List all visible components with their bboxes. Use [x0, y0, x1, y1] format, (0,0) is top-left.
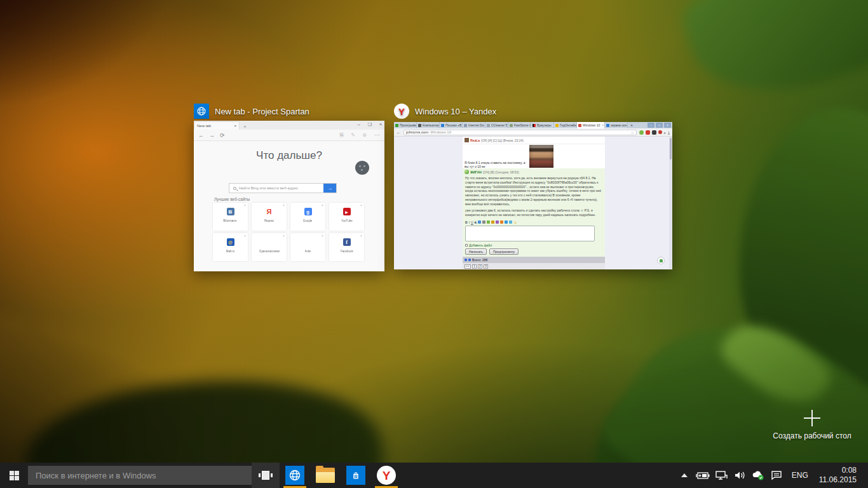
task-view-icon — [259, 471, 273, 480]
site-tile-facebook: × f Facebook — [329, 233, 364, 261]
chevron-up-icon — [681, 473, 688, 477]
create-desktop-button[interactable]: Создать рабочий стол — [761, 410, 863, 440]
extension-icon — [639, 130, 644, 135]
address-bar: ← johncms.com Windows 10 ☆ ▸ ⤓ — [394, 128, 672, 137]
avatar — [465, 138, 469, 142]
tile-close-icon: × — [322, 203, 323, 207]
tab-label: New tab — [197, 124, 231, 128]
attached-photo — [529, 145, 553, 168]
start-button[interactable] — [0, 463, 28, 488]
forum-page: ReaLa [Off] [И] [С] [Ц] (Вчера, 23:24) Я… — [394, 137, 672, 269]
forum-content-column: ReaLa [Off] [И] [С] [Ц] (Вчера, 23:24) Я… — [463, 137, 605, 269]
top-sites-grid: × В ВКонтакте × Я Яндекс × g Google × ▶ — [213, 203, 365, 261]
post-author: ЖИГАН — [470, 170, 482, 174]
post-body: Я блин 8.1 очкую ставить на постоянку, а… — [463, 144, 605, 168]
task-view-button[interactable] — [252, 463, 280, 488]
tab-label: ГидОнлайн — [560, 123, 576, 127]
site-tile-mailru: × @ Mail.ru — [213, 233, 248, 261]
italic-icon: I — [469, 220, 470, 224]
task-view-screen: New tab - Project Spartan Y Windows 10 –… — [0, 0, 868, 488]
site-tile-vkontakte: × В ВКонтакте — [213, 203, 248, 231]
browser-tab: CCleaner 5 — [485, 122, 508, 128]
tile-close-icon: × — [360, 234, 362, 238]
posts-icon — [465, 259, 467, 261]
tile-close-icon: × — [244, 234, 246, 238]
posts-icon — [468, 259, 471, 261]
facebook-icon: f — [343, 238, 351, 246]
reply-editor: B I U S ☺ — [463, 219, 605, 257]
window-title-label: Windows 10 – Yandex — [415, 107, 496, 116]
preview-button: Предпросмотр — [489, 248, 519, 255]
window-thumbnail-yandex[interactable]: Проигрыва Компьютер Письмо «В Internet D… — [394, 122, 672, 269]
scrollbar-thumb — [670, 138, 672, 159]
taskbar-app-store[interactable] — [341, 463, 371, 488]
site-tile-avito: × Avito — [290, 233, 325, 261]
post-author: ReaLa — [470, 139, 480, 142]
page-2: 2 — [478, 264, 482, 269]
action-center-icon[interactable] — [770, 469, 783, 482]
minimize-icon: – — [648, 123, 654, 128]
page-3: 3 — [484, 264, 488, 269]
avatar — [355, 161, 369, 175]
yandex-tab-bar: Проигрыва Компьютер Письмо «В Internet D… — [394, 122, 672, 128]
yandex-icon: Я — [266, 208, 273, 215]
language-indicator[interactable]: ENG — [788, 471, 812, 480]
window-title-label: New tab - Project Spartan — [215, 107, 309, 116]
smiley-icon: ☺ — [362, 132, 367, 139]
volume-icon[interactable] — [733, 469, 747, 482]
format-icon — [487, 220, 490, 224]
format-icon — [496, 220, 499, 224]
tab-favicon — [606, 124, 609, 127]
new-tab-icon: + — [243, 124, 247, 130]
tile-label: Mail.ru — [226, 249, 235, 252]
bookmark-star-icon: ☆ — [630, 130, 634, 135]
globe-icon: ⊕ — [266, 238, 273, 246]
search-go-button: → — [323, 184, 336, 193]
create-desktop-label: Создать рабочий стол — [761, 431, 863, 440]
browser-tab: экрана осн — [605, 122, 628, 128]
taskbar-app-yandex-browser[interactable]: Y — [371, 463, 402, 488]
maximize-icon: □ — [656, 123, 663, 128]
format-icon — [505, 220, 508, 224]
taskbar-app-edge[interactable] — [280, 463, 310, 488]
folder-icon — [316, 468, 335, 483]
taskbar-app-file-explorer[interactable] — [310, 463, 341, 488]
address-field: johncms.com Windows 10 ☆ — [403, 130, 637, 135]
format-icon — [478, 220, 481, 224]
formatting-toolbar: B I U S ☺ — [465, 220, 602, 224]
window-title-yandex[interactable]: Y Windows 10 – Yandex — [394, 104, 496, 119]
spartan-toolbar-icons: ⎘ ✎ ☺ ⋯ — [340, 132, 379, 139]
plus-icon — [804, 410, 820, 426]
editor-buttons: Написать Предпросмотр — [465, 248, 602, 255]
tab-favicon — [441, 124, 444, 127]
tab-favicon — [578, 124, 581, 127]
tile-label: Одноклассники — [259, 249, 279, 252]
page-first: << — [465, 264, 471, 269]
window-thumbnail-spartan[interactable]: New tab × + – ❏ × ← → ⟳ ⎘ ✎ ☺ ⋯ Что даль… — [194, 121, 384, 271]
page-1: 1 — [472, 264, 477, 269]
taskbar-search-input[interactable] — [28, 466, 252, 485]
tab-label: Windows 10 — [583, 123, 600, 127]
tile-label: Facebook — [341, 249, 353, 252]
tile-label: YouTube — [341, 219, 353, 222]
yandex-browser-icon: Y — [377, 466, 396, 485]
network-icon[interactable] — [714, 469, 728, 482]
youtube-icon: ▶ — [343, 208, 351, 215]
browser-tab: FastStone C — [508, 122, 531, 128]
back-icon: ← — [198, 132, 204, 139]
new-tab-icon: + — [628, 122, 635, 128]
window-title-spartan[interactable]: New tab - Project Spartan — [194, 104, 309, 119]
reading-view-icon: ⎘ — [340, 132, 344, 139]
taskbar-clock[interactable]: 0:08 11.06.2015 — [817, 466, 862, 485]
tab-label: экрана осн — [611, 123, 627, 127]
extension-icons: ▸ ⤓ — [639, 130, 670, 135]
google-icon: g — [304, 208, 312, 215]
browser-tab: Браузеры — [531, 122, 554, 128]
battery-icon[interactable] — [696, 469, 710, 482]
cloud-sync-icon[interactable] — [751, 469, 765, 482]
back-icon: ← — [397, 130, 401, 135]
close-icon: × — [379, 122, 382, 127]
tile-close-icon: × — [283, 203, 285, 207]
hidden-icons-button[interactable] — [677, 469, 691, 482]
total-label: Всего: 288 — [472, 258, 487, 262]
